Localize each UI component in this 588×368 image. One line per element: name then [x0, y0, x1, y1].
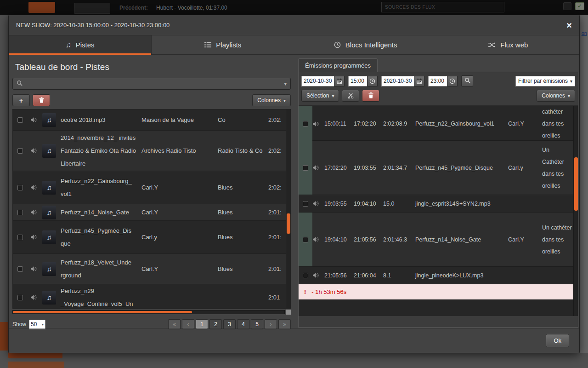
album-art: ♫	[42, 291, 56, 305]
ok-button[interactable]: Ok	[546, 334, 569, 347]
schedule-actions-toolbar: Sélection ▾ Colonnes	[299, 89, 578, 105]
end-time: 17:02:20	[354, 121, 383, 127]
clock-icon[interactable]	[367, 76, 378, 86]
tab-blocs-label: Blocs Intelligents	[345, 41, 397, 49]
tab-flux-web[interactable]: Flux web	[437, 35, 579, 54]
speaker-icon[interactable]	[30, 234, 42, 240]
tab-playlists[interactable]: Playlists	[152, 35, 294, 54]
row-checkbox[interactable]	[17, 117, 23, 123]
end-time-input[interactable]	[428, 76, 447, 86]
row-checkbox[interactable]	[303, 121, 308, 126]
delete-scheduled-button[interactable]	[362, 90, 379, 102]
music-note-icon: ♫	[46, 293, 51, 301]
library-horizontal-scrollbar[interactable]	[12, 310, 285, 314]
speaker-icon[interactable]	[30, 266, 42, 272]
table-row[interactable]: 19:03:55 19:04:10 15.0 jingle_esprit314S…	[299, 195, 578, 213]
tab-pistes[interactable]: ♫ Pistes	[9, 35, 152, 54]
table-row[interactable]: ♫ 2014_novembre_12_ invités Fantazio & E…	[13, 131, 290, 171]
end-date-input[interactable]	[381, 76, 414, 86]
schedule-vertical-scrollbar[interactable]	[573, 106, 578, 316]
duration: 15.0	[383, 201, 415, 207]
clock-icon	[334, 41, 341, 48]
row-checkbox[interactable]	[17, 210, 23, 215]
table-row[interactable]: ♫ Perfuzz_n29 _Voyage_Confiné_vol5_Un 2:…	[13, 284, 290, 309]
row-checkbox[interactable]	[17, 185, 23, 190]
delete-tracks-button[interactable]	[33, 94, 50, 106]
chevron-down-icon: ▾	[283, 98, 286, 103]
search-icon	[17, 80, 23, 88]
table-row[interactable]: 15:00:11 17:02:20 2:02:08.9 Perfuzz_n22_…	[299, 106, 578, 141]
calendar-icon[interactable]	[334, 76, 345, 86]
clock-icon[interactable]	[447, 76, 458, 86]
trash-icon	[368, 92, 373, 100]
warning-icon: !	[304, 288, 306, 295]
track-creator: Carl.Y	[141, 206, 218, 219]
speaker-icon[interactable]	[312, 121, 324, 127]
track-title: Perfuzz_n14_Noise_Gate	[415, 236, 508, 243]
start-time: 19:03:55	[324, 201, 354, 207]
library-columns-button[interactable]: Colonnes ▾	[252, 94, 291, 106]
close-icon[interactable]: ×	[566, 21, 572, 30]
search-input[interactable]	[25, 80, 281, 88]
start-time: 19:04:10	[324, 236, 354, 243]
trash-icon	[39, 97, 44, 104]
speaker-icon[interactable]	[30, 184, 42, 190]
table-row[interactable]: 17:02:20 19:03:55 2:01:34.7 Perfuzz_n45_…	[299, 141, 578, 195]
selection-button[interactable]: Sélection ▾	[301, 90, 339, 102]
tab-flux-web-label: Flux web	[500, 41, 528, 49]
speaker-icon[interactable]	[312, 201, 324, 207]
row-checkbox[interactable]	[303, 165, 308, 171]
row-checkbox[interactable]	[17, 235, 23, 240]
track-genre: Blues	[218, 181, 268, 194]
filter-shows-label: Filtrer par émissions	[518, 78, 568, 84]
track-title: 2014_novembre_12_ invités Fantazio & Emi…	[61, 132, 141, 170]
show-color-cell	[299, 141, 312, 195]
table-row[interactable]: ♫ Perfuzz_n22_Gainsbourg_ vol1 Carl.Y Bl…	[13, 171, 290, 204]
table-row[interactable]: ♫ ocotre 2018.mp3 Maison de la Vague Co …	[13, 109, 290, 131]
table-row[interactable]: ♫ Perfuzz_n45_Pygmée_Dis que Carl.y Blue…	[13, 221, 290, 254]
speaker-icon[interactable]	[312, 272, 324, 278]
library-vertical-scrollbar[interactable]	[286, 109, 290, 308]
start-time: 15:00:11	[324, 121, 354, 127]
row-checkbox[interactable]	[17, 266, 23, 272]
track-title: jingle_esprit314S+SYN2.mp3	[415, 201, 508, 207]
start-time-input[interactable]	[348, 76, 368, 86]
row-checkbox[interactable]	[303, 201, 308, 207]
track-creator: Maison de la Vague	[141, 114, 218, 126]
calendar-icon[interactable]	[414, 76, 424, 86]
speaker-icon[interactable]	[30, 209, 42, 215]
library-search[interactable]: ▾	[12, 78, 291, 90]
table-row[interactable]: 19:04:10 21:05:56 2:01:46.3 Perfuzz_n14_…	[299, 213, 578, 267]
dialog-header: NEW SHOW: 2020-10-30 15:00:00 - 2020-10-…	[9, 15, 579, 35]
table-row[interactable]: ♫ Perfuzz_n14_Noise_Gate Carl.Y Blues 2:…	[13, 204, 290, 221]
speaker-icon[interactable]	[312, 165, 324, 171]
speaker-icon[interactable]	[312, 236, 324, 242]
plus-icon: +	[19, 97, 23, 104]
row-checkbox[interactable]	[17, 148, 23, 154]
tab-blocs-intelligents[interactable]: Blocs Intelligents	[294, 35, 437, 54]
start-date-group	[301, 76, 345, 86]
filter-shows-select[interactable]: Filtrer par émissions ▾	[515, 76, 575, 86]
scrollbar-thumb[interactable]	[574, 157, 578, 211]
schedule-columns-button[interactable]: Colonnes ▾	[537, 90, 575, 102]
table-row[interactable]: ♫ Perfuzz_n18_Velvet_Unde rground Carl.Y…	[13, 254, 290, 284]
apply-search-button[interactable]	[461, 75, 473, 86]
speaker-icon[interactable]	[30, 294, 42, 300]
chevron-down-icon: ▾	[568, 93, 570, 98]
tab-pistes-label: Pistes	[76, 41, 95, 49]
row-checkbox[interactable]	[303, 273, 308, 278]
dialog-footer: Ok	[9, 328, 579, 353]
row-checkbox[interactable]	[17, 295, 23, 300]
cut-button[interactable]	[342, 90, 359, 102]
scrollbar-thumb[interactable]	[287, 213, 290, 234]
table-row[interactable]: 21:05:56 21:06:04 8.1 jingle_pineodeK>LU…	[299, 267, 578, 284]
row-checkbox[interactable]	[303, 237, 308, 242]
speaker-icon[interactable]	[30, 117, 42, 123]
start-date-input[interactable]	[301, 76, 334, 86]
tab-emissions-programmees[interactable]: Émissions programmées	[298, 58, 378, 72]
end-time: 19:04:10	[354, 201, 383, 207]
add-tracks-button[interactable]: +	[12, 94, 30, 106]
speaker-icon[interactable]	[30, 148, 42, 154]
scrollbar-thumb[interactable]	[13, 311, 192, 313]
search-caret-icon[interactable]: ▾	[284, 81, 287, 87]
